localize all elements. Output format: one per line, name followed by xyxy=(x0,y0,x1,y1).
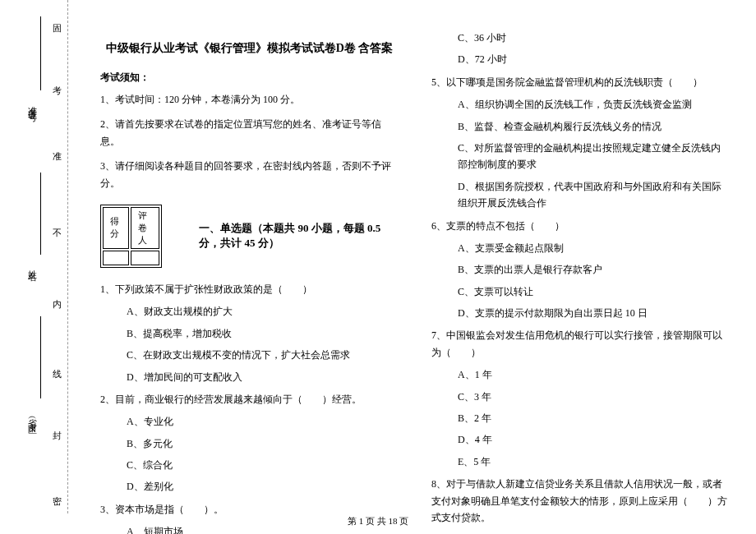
binding-field-name: 姓名 xyxy=(26,263,39,268)
binding-label-mi: 密 xyxy=(51,489,63,490)
left-column: 中级银行从业考试《银行管理》模拟考试试卷D卷 含答案 考试须知： 1、考试时间：… xyxy=(90,12,415,509)
question-option: D、72 小时 xyxy=(458,51,730,67)
score-label: 得分 xyxy=(103,207,129,249)
binding-label-kao: 考 xyxy=(51,78,63,80)
grader-label: 评卷人 xyxy=(131,207,159,249)
question-option: A、支票受金额起点限制 xyxy=(458,240,730,256)
question-option: A、财政支出规模的扩大 xyxy=(127,303,399,320)
score-box: 得分 评卷人 xyxy=(100,205,162,268)
question-option: C、对所监督管理的金融机构提出按照规定建立健全反洗钱内部控制制度的要求 xyxy=(458,140,730,173)
question-option: D、4 年 xyxy=(458,431,730,448)
question-option: D、支票的提示付款期限为自出票日起 10 日 xyxy=(458,305,730,321)
section-1-title: 一、单选题（本题共 90 小题，每题 0.5 分，共计 45 分） xyxy=(199,221,399,251)
binding-label-gu: 固 xyxy=(51,16,63,18)
binding-label-nei: 内 xyxy=(51,292,63,293)
question-stem: 2、目前，商业银行的经营发展越来越倾向于（ ）经营。 xyxy=(100,391,399,407)
page-footer: 第 1 页 共 18 页 xyxy=(0,515,756,527)
notice-heading: 考试须知： xyxy=(100,71,399,85)
left-questions: 1、下列政策不属于扩张性财政政策的是（ ）A、财政支出规模的扩大B、提高税率，增… xyxy=(100,281,399,534)
question-option: B、监督、检查金融机构履行反洗钱义务的情况 xyxy=(458,118,730,135)
question-option: C、在财政支出规模不变的情况下，扩大社会总需求 xyxy=(127,347,399,363)
question-option: B、提高税率，增加税收 xyxy=(127,325,399,342)
question-option: A、1 年 xyxy=(458,366,730,383)
binding-label-zhun: 准 xyxy=(51,144,63,145)
binding-dashed-line xyxy=(67,0,68,513)
right-questions: C、36 小时D、72 小时5、以下哪项是国务院金融监督管理机构的反洗钱职责（ … xyxy=(431,30,730,534)
question-option: C、支票可以转让 xyxy=(458,283,730,300)
section-title-row: 得分 评卷人 一、单选题（本题共 90 小题，每题 0.5 分，共计 45 分） xyxy=(100,200,399,273)
question-option: A、专业化 xyxy=(127,413,399,430)
binding-underline-name xyxy=(40,173,41,255)
question-stem: 1、下列政策不属于扩张性财政政策的是（ ） xyxy=(100,281,399,297)
binding-underline-examid xyxy=(40,16,41,90)
question-stem: 5、以下哪项是国务院金融监督管理机构的反洗钱职责（ ） xyxy=(431,74,730,90)
content-area: 中级银行从业考试《银行管理》模拟考试试卷D卷 含答案 考试须知： 1、考试时间：… xyxy=(90,12,740,509)
binding-label-feng: 封 xyxy=(51,423,63,425)
question-option: B、支票的出票人是银行存款客户 xyxy=(458,261,730,278)
instruction-1: 1、考试时间：120 分钟，本卷满分为 100 分。 xyxy=(100,91,399,109)
instruction-2: 2、请首先按要求在试卷的指定位置填写您的姓名、准考证号等信息。 xyxy=(100,116,399,151)
question-option: A、组织协调全国的反洗钱工作，负责反洗钱资金监测 xyxy=(458,96,730,113)
question-option: B、多元化 xyxy=(127,435,399,452)
question-option: C、综合化 xyxy=(127,457,399,473)
question-option: C、3 年 xyxy=(458,389,730,405)
instruction-3: 3、请仔细阅读各种题目的回答要求，在密封线内答题，否则不予评分。 xyxy=(100,158,399,193)
right-column: C、36 小时D、72 小时5、以下哪项是国务院金融监督管理机构的反洗钱职责（ … xyxy=(415,12,740,509)
question-option: D、根据国务院授权，代表中国政府和与外国政府和有关国际组织开展反洗钱合作 xyxy=(458,178,730,212)
question-stem: 6、支票的特点不包括（ ） xyxy=(431,218,730,234)
question-option: B、2 年 xyxy=(458,410,730,426)
binding-margin: 固 考 准 不 内 线 封 密 准考证号 姓名 省（市区） xyxy=(0,0,86,513)
binding-field-examid: 准考证号 xyxy=(26,99,39,108)
binding-label-bu: 不 xyxy=(51,222,63,223)
binding-label-xian: 线 xyxy=(51,361,63,363)
question-option: C、36 小时 xyxy=(458,30,730,46)
binding-field-province: 省（市区） xyxy=(26,411,39,423)
question-option: D、增加民间的可支配收入 xyxy=(127,369,399,385)
question-option: D、差别化 xyxy=(127,478,399,495)
question-option: E、5 年 xyxy=(458,453,730,470)
binding-underline-province xyxy=(40,316,41,398)
question-stem: 7、中国银监会对发生信用危机的银行可以实行接管，接管期限可以为（ ） xyxy=(431,327,730,361)
exam-title: 中级银行从业考试《银行管理》模拟考试试卷D卷 含答案 xyxy=(100,41,399,56)
